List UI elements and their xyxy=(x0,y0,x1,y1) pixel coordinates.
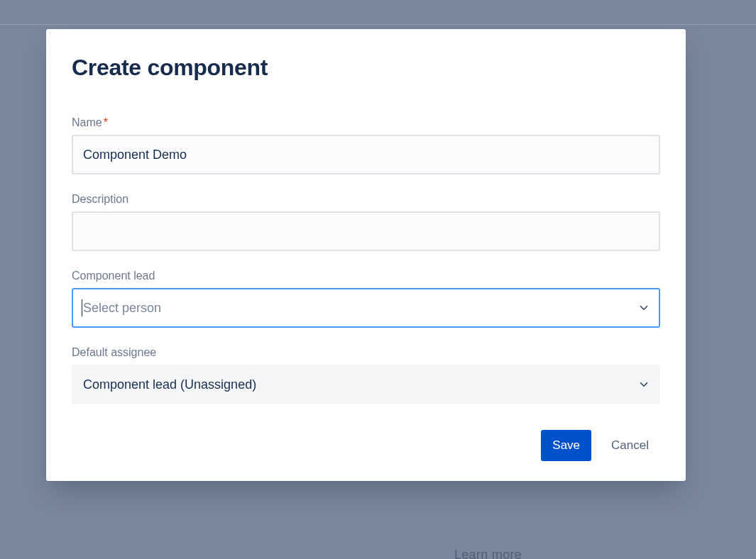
name-label-text: Name xyxy=(72,116,102,128)
modal-title: Create component xyxy=(72,55,660,81)
component-lead-placeholder: Select person xyxy=(83,301,161,316)
top-bar xyxy=(0,0,756,25)
component-lead-select[interactable]: Select person xyxy=(72,288,660,328)
name-field-group: Name* xyxy=(72,116,660,175)
component-lead-select-wrapper: Select person xyxy=(72,288,660,328)
name-label: Name* xyxy=(72,116,660,129)
default-assignee-select-wrapper: Component lead (Unassigned) xyxy=(72,365,660,404)
default-assignee-value: Component lead (Unassigned) xyxy=(83,377,256,392)
required-asterisk: * xyxy=(104,116,108,128)
create-component-modal: Create component Name* Description Compo… xyxy=(46,29,686,481)
learn-more-link[interactable]: Learn more xyxy=(454,548,522,559)
cancel-button[interactable]: Cancel xyxy=(600,430,660,461)
text-cursor xyxy=(82,299,82,316)
default-assignee-select[interactable]: Component lead (Unassigned) xyxy=(72,365,660,404)
default-assignee-field-group: Default assignee Component lead (Unassig… xyxy=(72,346,660,404)
description-field-group: Description xyxy=(72,193,660,251)
save-button[interactable]: Save xyxy=(541,430,591,461)
component-lead-label: Component lead xyxy=(72,270,660,282)
description-input[interactable] xyxy=(72,211,660,251)
button-row: Save Cancel xyxy=(72,430,660,461)
component-lead-field-group: Component lead Select person xyxy=(72,270,660,328)
default-assignee-label: Default assignee xyxy=(72,346,660,359)
description-label: Description xyxy=(72,193,660,206)
name-input[interactable] xyxy=(72,135,660,175)
